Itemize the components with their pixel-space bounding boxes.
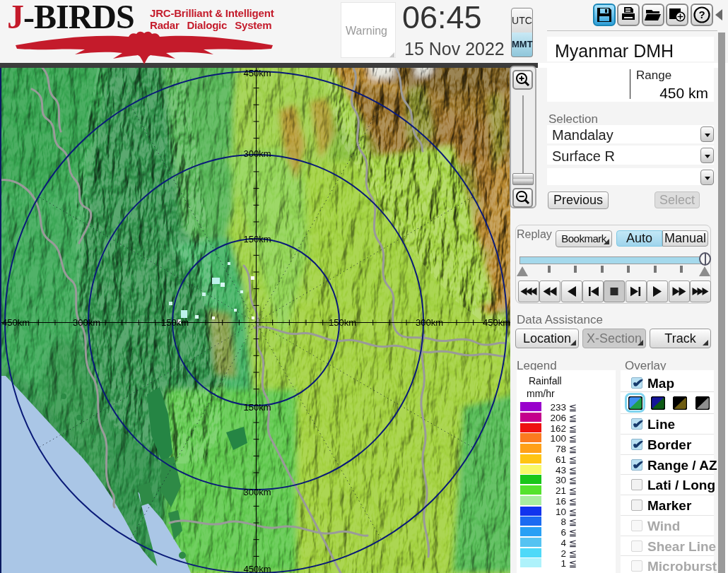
svg-text:150km: 150km [243,402,271,413]
svg-text:150km: 150km [243,234,271,244]
svg-text:450km: 450km [243,564,271,573]
svg-text:450km: 450km [483,317,510,328]
svg-text:300km: 300km [243,487,271,497]
svg-text:150km: 150km [161,317,189,328]
svg-text:?: ? [698,8,705,20]
svg-text:300km: 300km [243,148,271,159]
svg-text:450km: 450km [243,68,271,78]
svg-text:150km: 150km [329,317,356,328]
svg-text:300km: 300km [73,317,100,328]
svg-text:300km: 300km [416,317,443,328]
svg-text:450km: 450km [2,317,30,328]
